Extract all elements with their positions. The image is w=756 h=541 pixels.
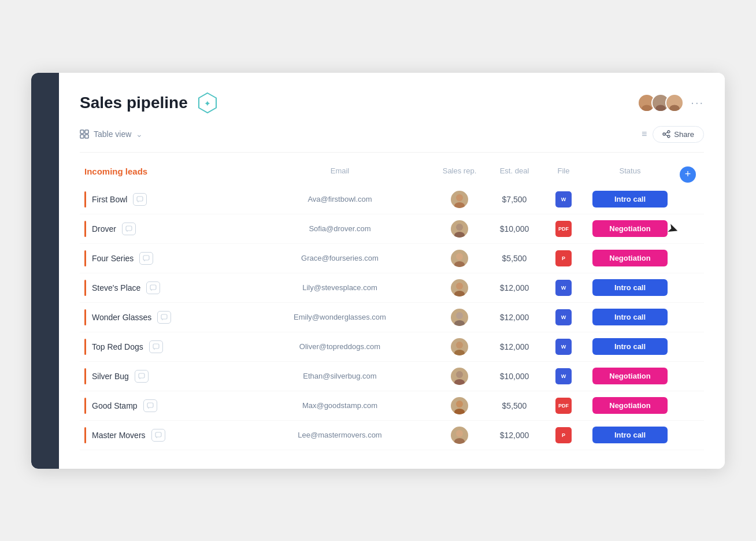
file-badge[interactable]: P xyxy=(555,427,572,443)
orange-bar xyxy=(84,191,86,207)
rep-avatar xyxy=(451,279,468,297)
comment-icon[interactable] xyxy=(133,193,147,206)
share-button[interactable]: Share xyxy=(653,126,704,143)
table-row: Wonder Glasses Emily@wonderglasses.com $… xyxy=(80,303,704,332)
comment-icon[interactable] xyxy=(151,429,165,442)
svg-rect-9 xyxy=(85,130,88,134)
svg-rect-25 xyxy=(143,255,149,260)
table-row: Good Stamp Max@goodstamp.com $5,500 PDF … xyxy=(80,391,704,421)
hex-icon: ✦ xyxy=(196,91,219,114)
email-cell: Oliver@topreddogs.com xyxy=(246,342,433,351)
file-badge[interactable]: PDF xyxy=(555,221,572,237)
rep-avatar xyxy=(451,220,468,238)
file-cell: W xyxy=(543,309,584,325)
comment-icon[interactable] xyxy=(146,281,160,294)
svg-point-6 xyxy=(671,98,678,105)
col-sales-rep: Sales rep. xyxy=(433,166,486,183)
col-est-deal: Est. deal xyxy=(486,166,543,183)
status-button[interactable]: Intro call xyxy=(592,191,668,207)
file-cell: PDF xyxy=(543,221,584,237)
add-column-button[interactable]: + xyxy=(680,166,696,183)
status-button[interactable]: Intro call xyxy=(592,338,668,355)
svg-rect-10 xyxy=(80,135,84,138)
orange-bar xyxy=(84,309,86,325)
svg-point-14 xyxy=(668,135,670,138)
file-cell: P xyxy=(543,250,584,266)
deal-cell: $12,000 xyxy=(486,342,543,351)
table-row: Four Series Grace@fourseries.com $5,500 … xyxy=(80,244,704,273)
file-cell: W xyxy=(543,368,584,384)
svg-point-43 xyxy=(456,371,463,378)
status-button[interactable]: Negotiation xyxy=(592,368,668,384)
col-file: File xyxy=(543,166,584,183)
status-cell: Negotiation xyxy=(584,397,676,414)
file-badge[interactable]: W xyxy=(555,280,572,296)
toolbar-right: ≡ Share xyxy=(642,126,704,143)
status-button[interactable]: Intro call xyxy=(592,309,668,325)
table-row: First Bowl Ava@firstbowl.com $7,500 W In… xyxy=(80,185,704,214)
status-button[interactable]: Negotiation xyxy=(592,397,668,414)
comment-icon[interactable] xyxy=(135,370,149,383)
file-badge[interactable]: W xyxy=(555,339,572,355)
status-cell: Intro call xyxy=(584,191,676,207)
email-cell: Ethan@silverbug.com xyxy=(246,372,433,380)
table-row: Steve's Place Lily@stevesplace.com $12,0… xyxy=(80,273,704,303)
file-badge[interactable]: PDF xyxy=(555,398,572,414)
table-row: Top Red Dogs Oliver@topreddogs.com $12,0… xyxy=(80,332,704,362)
comment-icon[interactable] xyxy=(149,340,163,353)
file-badge[interactable]: W xyxy=(555,309,572,325)
lead-name-cell: Steve's Place xyxy=(84,280,246,296)
comment-icon[interactable] xyxy=(143,399,157,412)
more-options-icon[interactable]: ··· xyxy=(691,96,704,109)
rep-avatar xyxy=(451,309,468,326)
lead-name-cell: First Bowl xyxy=(84,191,246,207)
share-label: Share xyxy=(674,130,694,139)
svg-rect-17 xyxy=(137,197,143,201)
status-cell: Intro call xyxy=(584,279,676,296)
header-right: ··· xyxy=(638,94,704,112)
status-button[interactable]: Intro call xyxy=(592,427,668,443)
rep-avatar xyxy=(451,191,468,208)
incoming-leads-label: Incoming leads xyxy=(84,166,147,176)
orange-bar xyxy=(84,427,86,443)
svg-point-35 xyxy=(456,312,463,319)
status-cell: Intro call xyxy=(584,338,676,355)
svg-rect-33 xyxy=(161,314,167,319)
comment-icon[interactable] xyxy=(139,252,153,265)
table-view-button[interactable]: Table view ⌄ xyxy=(80,129,143,139)
file-badge[interactable]: W xyxy=(555,368,572,384)
lead-name: Steve's Place xyxy=(92,283,140,292)
comment-icon[interactable] xyxy=(157,311,171,324)
deal-cell: $12,000 xyxy=(486,283,543,292)
svg-rect-21 xyxy=(126,226,132,231)
leads-table: Incoming leads Email Sales rep. Est. dea… xyxy=(80,166,704,450)
status-button[interactable]: Negotiation ➤ xyxy=(592,220,668,237)
file-cell: W xyxy=(543,280,584,296)
lead-name-cell: Master Movers xyxy=(84,427,246,443)
rep-avatar xyxy=(451,397,468,414)
comment-icon[interactable] xyxy=(122,223,136,235)
avatar-3 xyxy=(665,94,684,112)
lead-name: Top Red Dogs xyxy=(92,342,143,351)
file-cell: W xyxy=(543,191,584,207)
email-cell: Max@goodstamp.com xyxy=(246,401,433,410)
lead-name-cell: Drover xyxy=(84,221,246,237)
svg-line-15 xyxy=(665,132,668,134)
filter-icon[interactable]: ≡ xyxy=(642,129,647,139)
file-badge[interactable]: P xyxy=(555,250,572,266)
lead-name: Wonder Glasses xyxy=(92,313,151,322)
table-row: Silver Bug Ethan@silverbug.com $10,000 W… xyxy=(80,362,704,391)
svg-point-23 xyxy=(456,224,463,231)
svg-point-5 xyxy=(656,105,666,112)
table-rows-container: First Bowl Ava@firstbowl.com $7,500 W In… xyxy=(80,185,704,450)
email-cell: Emily@wonderglasses.com xyxy=(246,313,433,321)
sales-rep-cell xyxy=(433,368,486,385)
col-name: Incoming leads xyxy=(84,166,246,183)
svg-point-13 xyxy=(663,133,665,135)
status-button[interactable]: Negotiation xyxy=(592,250,668,266)
file-badge[interactable]: W xyxy=(555,191,572,207)
sales-rep-cell xyxy=(433,279,486,297)
status-button[interactable]: Intro call xyxy=(592,279,668,296)
svg-point-48 xyxy=(454,409,465,414)
table-header: Incoming leads Email Sales rep. Est. dea… xyxy=(80,166,704,183)
